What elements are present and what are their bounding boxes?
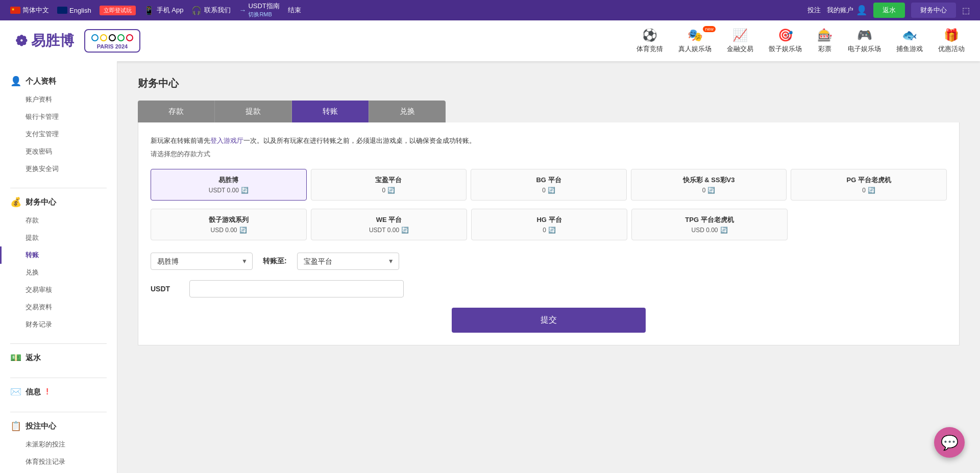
sidebar-item-sports-bets[interactable]: 体育投注记录 xyxy=(0,453,117,470)
nav-live-casino[interactable]: 🎭 真人娱乐场 new xyxy=(678,28,712,54)
sidebar-section-rebate: 💵 返水 xyxy=(0,348,117,367)
platform-card-we[interactable]: WE 平台 USDT 0.00 🔄 xyxy=(311,209,467,240)
sidebar-item-exchange[interactable]: 兑换 xyxy=(0,264,117,281)
sidebar-item-unpaid-bets[interactable]: 未派彩的投注 xyxy=(0,436,117,453)
sidebar-item-security-word[interactable]: 更换安全词 xyxy=(0,160,117,178)
finance-button[interactable]: 财务中心 xyxy=(911,3,956,18)
paris-badge: PARIS 2024 xyxy=(84,29,140,53)
refresh-pg-icon[interactable]: 🔄 xyxy=(868,187,875,194)
platform-card-yishengbo[interactable]: 易胜博 USDT 0.00 🔄 xyxy=(151,169,307,201)
finance-trade-icon: 📈 xyxy=(732,28,748,42)
tab-withdrawal[interactable]: 提款 xyxy=(215,101,292,122)
platform-card-baoying[interactable]: 宝盈平台 0 🔄 xyxy=(311,169,467,201)
lang-en-button[interactable]: English xyxy=(57,7,91,14)
nav-dice[interactable]: 🎯 骰子娱乐场 xyxy=(769,28,802,54)
sidebar-item-transfer[interactable]: 转账 xyxy=(0,246,117,264)
sidebar-item-alipay[interactable]: 支付宝管理 xyxy=(0,126,117,143)
tab-deposit[interactable]: 存款 xyxy=(138,101,215,122)
live-casino-label: 真人娱乐场 xyxy=(678,44,712,54)
sidebar-rebate-title[interactable]: 💵 返水 xyxy=(0,348,117,367)
sidebar-item-withdrawal[interactable]: 提款 xyxy=(0,229,117,246)
nav-finance-trade[interactable]: 📈 金融交易 xyxy=(727,28,753,54)
tab-exchange[interactable]: 兑换 xyxy=(369,101,446,122)
transfer-from-select[interactable]: 易胜博 宝盈平台 BG 平台 快乐彩 & SS彩V3 PG 平台老虎机 骰子游戏… xyxy=(151,253,253,270)
sidebar-finance-title: 💰 财务中心 xyxy=(0,192,117,212)
transfer-to-select[interactable]: 宝盈平台 BG 平台 快乐彩 & SS彩V3 PG 平台老虎机 骰子游戏系列 W… xyxy=(297,253,399,270)
personal-label: 个人资料 xyxy=(26,77,56,86)
logout-icon[interactable]: ⬚ xyxy=(962,6,970,15)
logo[interactable]: ❁ 易胜博 xyxy=(15,31,74,51)
promotions-icon: 🎁 xyxy=(944,28,959,42)
platform-bg-name: BG 平台 xyxy=(476,176,621,185)
amount-input[interactable] xyxy=(189,280,404,297)
sidebar-item-change-password[interactable]: 更改密码 xyxy=(0,143,117,160)
refresh-bg-icon[interactable]: 🔄 xyxy=(548,187,555,194)
invest-link[interactable]: 投注 xyxy=(807,6,821,15)
nav-sports[interactable]: ⚽ 体育竞猜 xyxy=(636,28,663,54)
platform-card-hg[interactable]: HG 平台 0 🔄 xyxy=(471,209,627,240)
ring-green xyxy=(117,34,125,41)
lang-cn-button[interactable]: 简体中文 xyxy=(10,6,49,15)
platform-dice-amount: USD 0.00 🔄 xyxy=(156,227,301,234)
transfer-form: 易胜博 宝盈平台 BG 平台 快乐彩 & SS彩V3 PG 平台老虎机 骰子游戏… xyxy=(151,253,947,270)
platform-card-pg[interactable]: PG 平台老虎机 0 🔄 xyxy=(791,169,947,201)
sidebar-item-deposit[interactable]: 存款 xyxy=(0,212,117,229)
platform-kuaile-amount: 0 🔄 xyxy=(636,187,781,194)
sidebar-item-transaction-review[interactable]: 交易审核 xyxy=(0,281,117,298)
fishing-icon: 🐟 xyxy=(902,28,917,42)
sidebar-item-transaction-info[interactable]: 交易资料 xyxy=(0,298,117,316)
refresh-yishengbo-icon[interactable]: 🔄 xyxy=(241,187,249,194)
nav-fishing[interactable]: 🐟 捕鱼游戏 xyxy=(896,28,923,54)
lang-cn-label: 简体中文 xyxy=(22,6,49,15)
refresh-we-icon[interactable]: 🔄 xyxy=(401,227,409,234)
platform-yishengbo-name: 易胜博 xyxy=(156,176,301,185)
sidebar-item-game-bets[interactable]: 游戏厅投注记录 xyxy=(0,470,117,473)
platform-baoying-amount: 0 🔄 xyxy=(316,187,461,194)
refresh-baoying-icon[interactable]: 🔄 xyxy=(387,187,395,194)
platform-card-dice[interactable]: 骰子游戏系列 USD 0.00 🔄 xyxy=(151,209,307,240)
lottery-label: 彩票 xyxy=(818,44,831,54)
sidebar-divider-3 xyxy=(10,378,107,378)
nav-electronic[interactable]: 🎮 电子娱乐场 xyxy=(848,28,881,54)
tab-transfer[interactable]: 转账 xyxy=(292,101,369,122)
message-label: 信息 xyxy=(26,387,41,397)
promo-button[interactable]: 立即登试玩 xyxy=(100,6,136,15)
cn-flag-icon xyxy=(10,7,20,14)
live-casino-icon: 🎭 xyxy=(688,28,703,42)
sidebar-item-financial-records[interactable]: 财务记录 xyxy=(0,316,117,333)
end-link[interactable]: 结束 xyxy=(288,6,301,15)
platform-card-tpg[interactable]: TPG 平台老虎机 USD 0.00 🔄 xyxy=(631,209,788,240)
nav-promotions[interactable]: 🎁 优惠活动 xyxy=(938,28,965,54)
submit-button[interactable]: 提交 xyxy=(452,308,646,333)
login-link[interactable]: 登入游戏厅 xyxy=(210,137,243,144)
contact-link[interactable]: 🎧 联系我们 xyxy=(191,6,231,15)
platform-bg-amount: 0 🔄 xyxy=(476,187,621,194)
refresh-kuaile-icon[interactable]: 🔄 xyxy=(707,187,715,194)
sidebar-personal-title: 👤 个人资料 xyxy=(0,71,117,91)
platform-card-bg[interactable]: BG 平台 0 🔄 xyxy=(471,169,627,201)
transfer-amount-row: USDT xyxy=(151,280,947,297)
nav-lottery[interactable]: 🎰 彩票 xyxy=(817,28,832,54)
platform-pg-name: PG 平台老虎机 xyxy=(796,176,941,185)
mobile-app-link[interactable]: 📱 手机 App xyxy=(144,6,184,15)
sidebar-item-bank-card[interactable]: 银行卡管理 xyxy=(0,108,117,126)
rebate-button[interactable]: 返水 xyxy=(873,3,905,18)
sidebar-message-title[interactable]: ✉️ 信息 ! xyxy=(0,382,117,402)
sidebar-item-account-info[interactable]: 账户资料 xyxy=(0,91,117,108)
chat-button[interactable]: 💬 xyxy=(934,427,965,458)
platform-card-kuaile[interactable]: 快乐彩 & SS彩V3 0 🔄 xyxy=(631,169,787,201)
my-account-link[interactable]: 我的账户 👤 xyxy=(827,5,867,16)
ring-red xyxy=(126,34,133,41)
personal-icon: 👤 xyxy=(10,76,21,87)
switch-rmb-label: 切换RMB xyxy=(248,11,279,18)
refresh-dice-icon[interactable]: 🔄 xyxy=(239,227,247,234)
refresh-hg-icon[interactable]: 🔄 xyxy=(548,227,556,234)
transfer-to-label: 转账至: xyxy=(263,257,287,266)
transfer-to-wrapper: 宝盈平台 BG 平台 快乐彩 & SS彩V3 PG 平台老虎机 骰子游戏系列 W… xyxy=(297,253,399,270)
usdt-guide-link[interactable]: → USDT指南 切换RMB xyxy=(239,2,279,18)
notice-sub: 请选择您的存款方式 xyxy=(151,150,947,159)
finance-label: 财务中心 xyxy=(26,197,56,207)
new-badge: new xyxy=(703,26,716,32)
logo-icon: ❁ xyxy=(15,33,27,49)
refresh-tpg-icon[interactable]: 🔄 xyxy=(720,227,728,234)
